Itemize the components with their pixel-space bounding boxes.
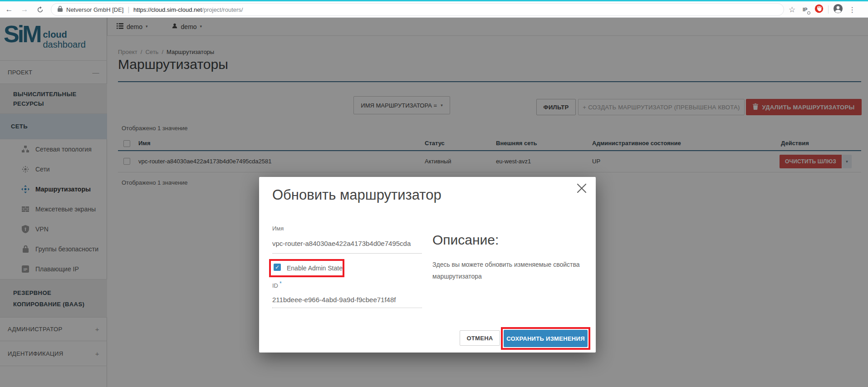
profile-avatar-icon[interactable] xyxy=(833,4,843,15)
url-path: /project/routers/ xyxy=(202,6,243,13)
modal-title: Обновить маршрутизатор xyxy=(272,187,441,203)
id-field-input[interactable]: 211bdeee-e966-4abd-9a9d-f9cbee71f48f xyxy=(272,296,422,304)
close-icon[interactable] xyxy=(574,181,589,196)
bookmark-star-icon[interactable]: ☆ xyxy=(789,5,795,15)
name-field-label: Имя xyxy=(272,225,284,232)
description-text: Здесь вы можете обновить изменяемые свой… xyxy=(432,259,587,282)
update-router-modal: Обновить маршрутизатор Имя vpc-router-a8… xyxy=(259,177,596,353)
ip-extension-icon[interactable]: IP xyxy=(800,5,810,15)
required-asterisk: * xyxy=(280,280,282,287)
description-title: Описание: xyxy=(432,232,499,248)
adblock-hand-icon[interactable] xyxy=(814,4,824,15)
admin-state-checkbox-label[interactable]: Enable Admin State xyxy=(287,265,343,272)
name-field-input[interactable]: vpc-router-a84030ae422a4173b4d0e7495cda xyxy=(272,240,422,247)
address-bar[interactable]: Netversor GmbH [DE] | https://cloud.sim-… xyxy=(51,3,784,16)
save-changes-button[interactable]: СОХРАНИТЬ ИЗМЕНЕНИЯ xyxy=(504,330,588,347)
back-icon[interactable]: ← xyxy=(3,3,15,16)
forward-icon[interactable]: → xyxy=(18,3,31,16)
id-field-label: ID* xyxy=(272,280,282,289)
admin-state-checkbox[interactable]: ✓ xyxy=(274,264,281,271)
reload-icon[interactable] xyxy=(34,3,46,16)
url-domain: https://cloud.sim-cloud.net xyxy=(133,6,202,13)
certificate-name: Netversor GmbH [DE] xyxy=(66,6,123,13)
browser-menu-icon[interactable]: ⋮ xyxy=(848,5,860,14)
browser-chrome: ← → Netversor GmbH [DE] | https://cloud.… xyxy=(0,0,868,18)
url-separator: | xyxy=(128,6,129,13)
lock-icon xyxy=(58,6,63,13)
cancel-button[interactable]: ОТМЕНА xyxy=(460,330,500,346)
